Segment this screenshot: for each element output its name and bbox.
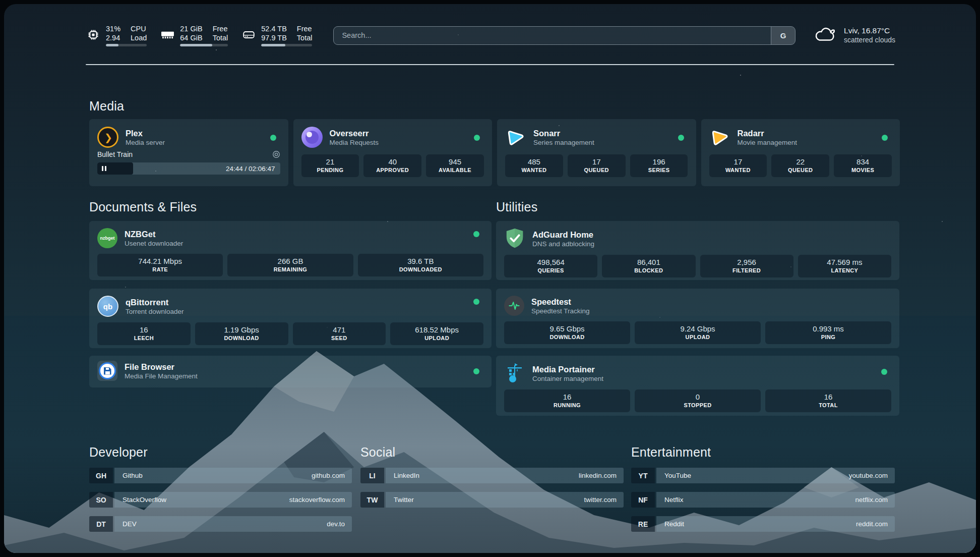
service-desc: Usenet downloader bbox=[125, 239, 183, 248]
stat-latency: 47.569 msLATENCY bbox=[798, 255, 891, 277]
stat-series: 196SERIES bbox=[630, 154, 688, 177]
bookmark-abbr: DT bbox=[89, 516, 113, 532]
search-bar[interactable]: G bbox=[333, 26, 795, 45]
bookmark-name: StackOverflow bbox=[122, 496, 166, 504]
portainer-icon bbox=[504, 363, 525, 384]
weather-widget: Lviv, 16.87°C scattered clouds bbox=[814, 26, 895, 45]
qbittorrent-icon: qb bbox=[97, 296, 118, 317]
service-card-speedtest[interactable]: Speedtest Speedtest Tracking 9.65 GbpsDO… bbox=[496, 289, 899, 348]
service-desc: Movie management bbox=[738, 138, 798, 147]
stat-seed: 471SEED bbox=[293, 322, 386, 345]
bookmark-dev[interactable]: DT DEVdev.to bbox=[89, 516, 352, 532]
service-card-plex[interactable]: ❯ Plex Media server Bullet Train 24 bbox=[89, 119, 288, 186]
service-name: Media Portainer bbox=[532, 364, 603, 374]
bookmark-netflix[interactable]: NF Netflixnetflix.com bbox=[631, 492, 895, 508]
section-title-utilities: Utilities bbox=[496, 200, 537, 214]
section-title-developer: Developer bbox=[89, 445, 148, 460]
stat-available: 945AVAILABLE bbox=[426, 154, 484, 177]
bookmark-abbr: SO bbox=[89, 492, 113, 508]
bookmark-twitter[interactable]: TW Twittertwitter.com bbox=[360, 492, 624, 508]
section-title-social: Social bbox=[360, 445, 395, 460]
status-dot bbox=[473, 368, 479, 374]
stat-blocked: 86,401BLOCKED bbox=[602, 255, 695, 277]
nzbget-icon: nzbget bbox=[97, 228, 117, 248]
top-bar: 31%2.94 CPULoad 21 GiB64 GiB FreeTotal bbox=[86, 21, 895, 49]
memory-bar bbox=[180, 44, 228, 46]
bookmark-url: linkedin.com bbox=[579, 472, 617, 479]
screen: 31%2.94 CPULoad 21 GiB64 GiB FreeTotal bbox=[0, 0, 980, 557]
service-card-filebrowser[interactable]: File Browser Media File Management bbox=[89, 356, 492, 387]
bookmark-name: DEV bbox=[122, 520, 137, 528]
cpu-label-1: CPU bbox=[131, 24, 146, 33]
bookmark-abbr: LI bbox=[360, 468, 384, 483]
service-card-nzbget[interactable]: nzbget NZBGet Usenet downloader 744.21 M… bbox=[89, 221, 492, 280]
stat-download: 9.65 GbpsDOWNLOAD bbox=[504, 321, 630, 344]
bookmark-abbr: NF bbox=[631, 492, 655, 508]
section-title-documents: Documents & Files bbox=[89, 200, 197, 214]
bookmark-url: youtube.com bbox=[849, 472, 888, 479]
service-desc: Media Requests bbox=[330, 138, 379, 147]
stat-upload: 9.24 GbpsUPLOAD bbox=[635, 321, 761, 344]
stream-settings-icon[interactable] bbox=[272, 150, 280, 158]
cpu-label-2: Load bbox=[131, 33, 147, 42]
bookmark-abbr: GH bbox=[89, 468, 113, 483]
bookmark-name: Github bbox=[122, 472, 143, 479]
service-name: NZBGet bbox=[125, 229, 183, 239]
status-dot bbox=[270, 135, 276, 141]
bookmark-stackoverflow[interactable]: SO StackOverflowstackoverflow.com bbox=[89, 492, 352, 508]
stat-leech: 16LEECH bbox=[97, 322, 191, 345]
cpu-icon bbox=[86, 28, 101, 41]
memory-label-2: Total bbox=[213, 33, 228, 42]
bookmark-url: twitter.com bbox=[584, 496, 617, 504]
service-card-overseerr[interactable]: Overseerr Media Requests 21PENDING 40APP… bbox=[293, 119, 493, 186]
bookmark-abbr: YT bbox=[631, 468, 655, 483]
bookmark-linkedin[interactable]: LI LinkedInlinkedin.com bbox=[360, 468, 624, 483]
bookmark-abbr: TW bbox=[360, 492, 384, 508]
bookmark-url: stackoverflow.com bbox=[289, 496, 345, 504]
service-name: Plex bbox=[126, 128, 165, 138]
service-card-radarr[interactable]: Radarr Movie management 17WANTED 22QUEUE… bbox=[701, 119, 900, 186]
sonarr-icon bbox=[505, 127, 526, 148]
stat-downloaded: 39.6 TBDOWNLOADED bbox=[358, 254, 483, 276]
stat-wanted: 17WANTED bbox=[709, 154, 767, 177]
weather-condition: scattered clouds bbox=[844, 35, 895, 45]
overseerr-icon bbox=[301, 127, 323, 148]
stat-ping: 0.993 msPING bbox=[765, 321, 891, 344]
search-provider-button[interactable]: G bbox=[771, 27, 795, 44]
topbar-divider bbox=[86, 64, 894, 65]
status-dot bbox=[473, 299, 479, 305]
bookmark-url: netflix.com bbox=[855, 496, 888, 504]
memory-free: 21 GiB bbox=[180, 24, 202, 33]
playback-progress-bar[interactable]: 24:44 / 02:06:47 bbox=[97, 162, 280, 175]
disk-label-2: Total bbox=[297, 33, 313, 42]
speedtest-icon bbox=[504, 296, 524, 316]
bookmark-abbr: RE bbox=[631, 516, 655, 532]
bookmark-github[interactable]: GH Githubgithub.com bbox=[89, 468, 352, 483]
memory-label-1: Free bbox=[213, 24, 228, 33]
radarr-icon bbox=[709, 127, 730, 148]
cpu-load-value: 2.94 bbox=[106, 33, 120, 42]
service-desc: Torrent downloader bbox=[126, 307, 184, 316]
service-desc: Speedtest Tracking bbox=[531, 307, 590, 315]
service-card-adguard[interactable]: AdGuard Home DNS and adblocking 498,564Q… bbox=[496, 221, 899, 280]
disk-widget: 52.4 TB97.9 TB FreeTotal bbox=[241, 24, 312, 46]
service-card-sonarr[interactable]: Sonarr Series management 485WANTED 17QUE… bbox=[497, 119, 696, 186]
bookmark-youtube[interactable]: YT YouTubeyoutube.com bbox=[631, 468, 895, 483]
playback-time: 24:44 / 02:06:47 bbox=[226, 165, 275, 173]
stat-upload: 618.52 MbpsUPLOAD bbox=[390, 322, 483, 345]
service-desc: DNS and adblocking bbox=[532, 240, 594, 248]
service-name: Speedtest bbox=[531, 297, 590, 307]
stat-queries: 498,564QUERIES bbox=[504, 255, 597, 277]
service-card-portainer[interactable]: Media Portainer Container management 16R… bbox=[496, 356, 899, 416]
stat-movies: 834MOVIES bbox=[834, 154, 892, 177]
stat-running: 16RUNNING bbox=[504, 389, 630, 412]
service-card-qbittorrent[interactable]: qb qBittorrent Torrent downloader 16LEEC… bbox=[89, 289, 492, 348]
bookmark-name: Netflix bbox=[664, 496, 684, 504]
plex-icon: ❯ bbox=[97, 127, 118, 148]
search-input[interactable] bbox=[334, 27, 771, 44]
stat-stopped: 0STOPPED bbox=[635, 389, 761, 412]
bookmark-reddit[interactable]: RE Redditreddit.com bbox=[631, 516, 895, 532]
stat-pending: 21PENDING bbox=[301, 154, 359, 177]
social-bookmarks: LI LinkedInlinkedin.com TW Twittertwitte… bbox=[360, 468, 624, 508]
service-desc: Series management bbox=[533, 138, 594, 147]
